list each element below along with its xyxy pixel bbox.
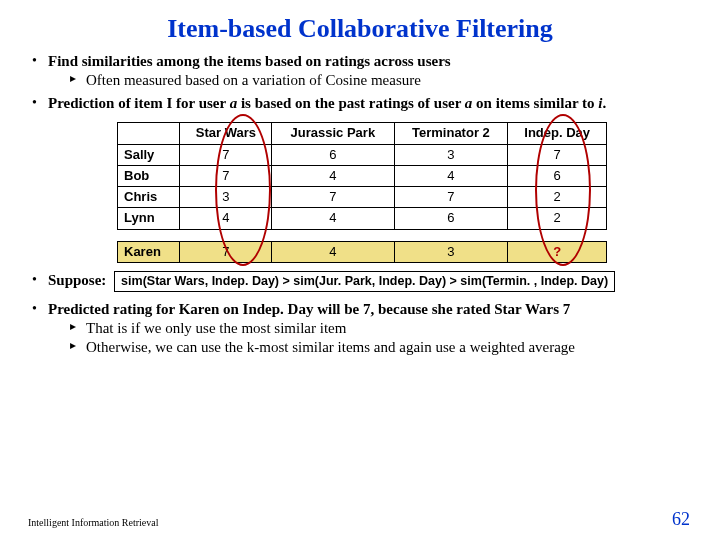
bullet-predicted: Predicted rating for Karen on Indep. Day… — [32, 300, 692, 356]
page-title: Item-based Collaborative Filtering — [0, 0, 720, 52]
footer-left: Intelligent Information Retrieval — [28, 517, 159, 528]
cell: 3 — [394, 144, 508, 165]
table-row: Lynn 4 4 6 2 — [118, 208, 607, 229]
bullet-suppose: Suppose: sim(Star Wars, Indep. Day) > si… — [32, 271, 692, 293]
cell: 2 — [508, 187, 607, 208]
cell: 4 — [272, 208, 394, 229]
cell: 4 — [272, 241, 394, 262]
cell: 7 — [272, 187, 394, 208]
table-row: Chris 3 7 7 2 — [118, 187, 607, 208]
ratings-table-wrap: Star Wars Jurassic Park Terminator 2 Ind… — [117, 122, 607, 263]
cell: 7 — [180, 241, 272, 262]
bullet-predicted-text: Predicted rating for Karen on Indep. Day… — [48, 301, 570, 317]
cell: 6 — [508, 165, 607, 186]
cell: Bob — [118, 165, 180, 186]
cell: 3 — [180, 187, 272, 208]
cell: 4 — [394, 165, 508, 186]
cell: Lynn — [118, 208, 180, 229]
col-terminator: Terminator 2 — [394, 123, 508, 144]
cell: 3 — [394, 241, 508, 262]
t: . — [602, 95, 606, 111]
content-area: Find similarities among the items based … — [0, 52, 720, 357]
page-number: 62 — [672, 509, 690, 530]
cell-unknown: ? — [508, 241, 607, 262]
bullet-similarities: Find similarities among the items based … — [32, 52, 692, 90]
col-blank — [118, 123, 180, 144]
col-jurassic: Jurassic Park — [272, 123, 394, 144]
t: is based on the past ratings of user — [237, 95, 465, 111]
subbullet-kmost: Otherwise, we can use the k-most similar… — [70, 338, 692, 357]
table-spacer-row — [118, 229, 607, 241]
cell: Sally — [118, 144, 180, 165]
ratings-table: Star Wars Jurassic Park Terminator 2 Ind… — [117, 122, 607, 263]
bullet-similarities-text: Find similarities among the items based … — [48, 53, 451, 69]
bullet-prediction: Prediction of item I for user a is based… — [32, 94, 692, 113]
table-row: Bob 7 4 4 6 — [118, 165, 607, 186]
t: on items similar to — [472, 95, 598, 111]
cell: 4 — [180, 208, 272, 229]
table-row: Sally 7 6 3 7 — [118, 144, 607, 165]
cell: 7 — [180, 165, 272, 186]
bullet-prediction-line: Prediction of item I for user a is based… — [48, 95, 606, 111]
suppose-box: sim(Star Wars, Indep. Day) > sim(Jur. Pa… — [114, 271, 615, 293]
cell: Chris — [118, 187, 180, 208]
cell: 7 — [180, 144, 272, 165]
cell: 4 — [272, 165, 394, 186]
cell: Karen — [118, 241, 180, 262]
table-row-karen: Karen 7 4 3 ? — [118, 241, 607, 262]
cell: 7 — [508, 144, 607, 165]
cell: 7 — [394, 187, 508, 208]
col-indepday: Indep. Day — [508, 123, 607, 144]
suppose-label: Suppose: — [48, 272, 106, 288]
table-header-row: Star Wars Jurassic Park Terminator 2 Ind… — [118, 123, 607, 144]
cell: 6 — [272, 144, 394, 165]
col-starwars: Star Wars — [180, 123, 272, 144]
cell: 2 — [508, 208, 607, 229]
t: Prediction of item I for user — [48, 95, 230, 111]
cell: 6 — [394, 208, 508, 229]
subbullet-mostsimilar: That is if we only use the most similar … — [70, 319, 692, 338]
subbullet-cosine: Often measured based on a variation of C… — [70, 71, 692, 90]
